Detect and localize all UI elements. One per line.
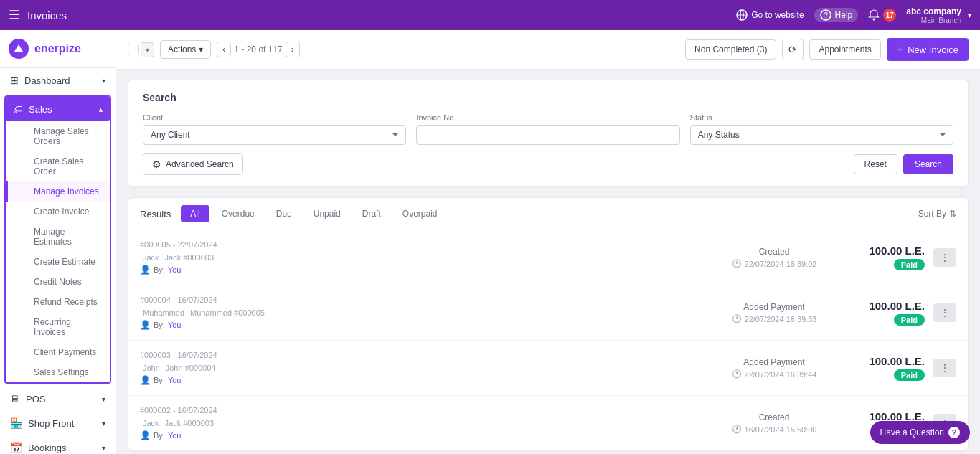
invoice-by-3: 👤 By: You — [140, 430, 717, 440]
filter-icon: ⚙ — [152, 159, 161, 170]
sidebar-item-manage-estimates[interactable]: Manage Estimates — [6, 222, 110, 252]
logo-icon — [9, 39, 29, 59]
sidebar-item-bookings[interactable]: 📅 Bookings ▾ — [0, 435, 116, 454]
logo-text: enerpize — [34, 42, 81, 55]
prev-page-button[interactable]: ‹ — [217, 42, 231, 57]
tab-overdue[interactable]: Overdue — [212, 205, 264, 222]
help-button[interactable]: ? Help — [814, 8, 859, 22]
tab-unpaid[interactable]: Unpaid — [304, 205, 350, 222]
checkbox-dropdown-icon[interactable]: ▾ — [141, 42, 154, 57]
actions-button[interactable]: Actions ▾ — [160, 40, 211, 59]
invoice-ref-3: #000002 - 16/07/2024 — [140, 406, 717, 415]
event-time-3: 🕐 16/07/2024 15:50:00 — [717, 425, 831, 434]
client-select[interactable]: Any Client — [143, 125, 406, 145]
select-all-checkbox[interactable] — [128, 44, 139, 55]
tab-due[interactable]: Due — [267, 205, 301, 222]
invoice-ref-1: #000004 - 16/07/2024 — [140, 295, 717, 304]
appointments-button[interactable]: Appointments — [809, 39, 880, 60]
main-content: ▾ Actions ▾ ‹ 1 - 20 of 117 › Non Comple… — [116, 0, 980, 454]
invoice-no-input[interactable] — [416, 125, 679, 145]
logo-area: enerpize — [0, 30, 116, 68]
person-icon-0: 👤 — [140, 265, 151, 275]
invoice-event-2: Added Payment 🕐 22/07/2024 16:39:44 — [717, 357, 831, 379]
next-page-button[interactable]: › — [286, 42, 300, 57]
sidebar-item-dashboard[interactable]: ⊞ Dashboard ▾ — [0, 68, 116, 93]
have-question-label: Have a Question — [880, 427, 944, 438]
sidebar-item-label-sales: Sales — [29, 104, 52, 115]
search-button[interactable]: Search — [903, 154, 953, 174]
invoice-info-3: #000002 - 16/07/2024 Jack Jack #000003 👤… — [140, 406, 717, 440]
non-completed-button[interactable]: Non Completed (3) — [685, 39, 776, 60]
chevron-bookings-icon: ▾ — [102, 444, 105, 452]
sidebar-item-credit-notes[interactable]: Credit Notes — [6, 272, 110, 292]
results-panel: Results All Overdue Due Unpaid Draft Ove… — [128, 197, 969, 451]
more-options-button-1[interactable]: ⋮ — [933, 303, 956, 322]
sidebar-item-sales[interactable]: 🏷 Sales ▴ — [6, 97, 110, 121]
table-row: #000003 - 16/07/2024 John John #000004 👤… — [128, 341, 968, 396]
sidebar-item-label-dashboard: Dashboard — [24, 75, 70, 86]
event-label-0: Created — [717, 247, 831, 257]
tab-draft[interactable]: Draft — [353, 205, 390, 222]
client-field: Client Any Client — [143, 113, 406, 145]
toolbar: ▾ Actions ▾ ‹ 1 - 20 of 117 › Non Comple… — [116, 30, 980, 70]
invoice-client-3: Jack Jack #000003 — [140, 417, 717, 428]
svg-point-3 — [873, 19, 875, 21]
tab-overpaid[interactable]: Overpaid — [393, 205, 447, 222]
event-time-2: 🕐 22/07/2024 16:39:44 — [717, 369, 831, 379]
amount-value-0: 100.00 L.E. — [831, 245, 925, 257]
branch-name: Main Branch — [921, 16, 961, 24]
tab-all[interactable]: All — [181, 205, 209, 222]
sidebar-item-client-payments[interactable]: Client Payments — [6, 342, 110, 362]
search-actions: ⚙ Advanced Search Reset Search — [143, 153, 953, 175]
table-row: #000005 - 22/07/2024 Jack Jack #000003 👤… — [128, 230, 968, 285]
sidebar-item-shop-front[interactable]: 🏪 Shop Front ▾ — [0, 411, 116, 435]
clock-icon-3: 🕐 — [732, 425, 742, 434]
sidebar-item-label-bookings: Bookings — [28, 443, 66, 453]
invoice-client-2: John John #000004 — [140, 361, 717, 373]
actions-chevron-icon: ▾ — [199, 44, 203, 55]
advanced-search-button[interactable]: ⚙ Advanced Search — [143, 153, 243, 175]
company-name: abc company — [906, 6, 961, 16]
sort-by-control[interactable]: Sort By ⇅ — [918, 209, 956, 219]
hamburger-icon[interactable]: ☰ — [9, 7, 20, 23]
chevron-shopfront-icon: ▾ — [102, 420, 105, 427]
reset-button[interactable]: Reset — [854, 154, 897, 174]
pagination-info: ‹ 1 - 20 of 117 › — [217, 42, 299, 57]
sidebar-item-manage-invoices[interactable]: Manage Invoices — [6, 181, 110, 202]
company-info[interactable]: abc company Main Branch ▾ — [906, 6, 971, 24]
invoice-by-0: 👤 By: You — [140, 265, 717, 275]
sync-button[interactable]: ⟳ — [782, 39, 804, 60]
new-invoice-button[interactable]: + New Invoice — [887, 38, 969, 61]
have-question-button[interactable]: Have a Question ? — [870, 421, 970, 444]
pagination-text: 1 - 20 of 117 — [234, 44, 282, 55]
topbar-left: ☰ Invoices — [9, 7, 67, 23]
sidebar-item-recurring-invoices[interactable]: Recurring Invoices — [6, 312, 110, 342]
invoice-amount-0: 100.00 L.E. Paid — [831, 245, 925, 270]
sidebar-item-create-sales-order[interactable]: Create Sales Order — [6, 151, 110, 181]
sidebar-item-sales-settings[interactable]: Sales Settings — [6, 362, 110, 382]
status-select[interactable]: Any Status — [690, 125, 953, 145]
chevron-pos-icon: ▾ — [102, 395, 105, 403]
topbar-right: Go to website ? Help 17 abc company Main… — [736, 6, 971, 24]
dashboard-icon: ⊞ — [10, 75, 19, 86]
topbar: ☰ Invoices Go to website ? Help 17 abc c… — [0, 0, 980, 30]
invoice-client-0: Jack Jack #000003 — [140, 251, 717, 263]
more-options-button-0[interactable]: ⋮ — [933, 248, 956, 267]
person-icon-2: 👤 — [140, 375, 151, 385]
chevron-down-icon: ▾ — [102, 77, 105, 85]
help-label: Help — [835, 10, 853, 20]
table-row: #000004 - 16/07/2024 Muhammed Muhammed #… — [128, 285, 968, 341]
invoice-event-0: Created 🕐 22/07/2024 16:39:02 — [717, 247, 831, 268]
sidebar-item-create-estimate[interactable]: Create Estimate — [6, 252, 110, 272]
invoice-no-field: Invoice No. — [416, 113, 679, 145]
sidebar-item-refund-receipts[interactable]: Refund Receipts — [6, 292, 110, 312]
content-area: Search Client Any Client Invoice No. Sta… — [116, 70, 980, 454]
sidebar-item-manage-sales-orders[interactable]: Manage Sales Orders — [6, 121, 110, 151]
notifications-button[interactable]: 17 — [868, 9, 896, 22]
sidebar-item-create-invoice[interactable]: Create Invoice — [6, 202, 110, 222]
more-options-button-2[interactable]: ⋮ — [933, 359, 956, 377]
plus-icon: + — [897, 43, 903, 56]
sidebar-item-pos[interactable]: 🖥 POS ▾ — [0, 387, 116, 411]
clock-icon-2: 🕐 — [732, 369, 742, 379]
go-to-website-button[interactable]: Go to website — [736, 9, 804, 21]
